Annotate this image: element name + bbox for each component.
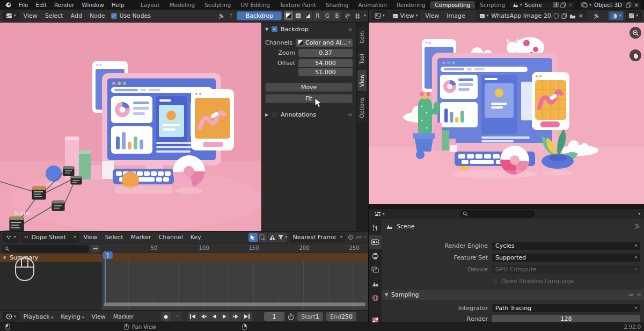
fake-user-shield-icon[interactable] <box>553 13 559 19</box>
editor-type-button[interactable]: ▾ <box>3 312 19 321</box>
display-channels-button[interactable]: ▾ <box>609 11 624 20</box>
offset-x-field[interactable]: 54.000 <box>298 59 353 67</box>
tab-output-icon[interactable] <box>369 249 382 263</box>
box-select-icon[interactable] <box>258 233 268 242</box>
node-menu-node[interactable]: Node <box>86 12 109 19</box>
scene-selector[interactable]: ▾ Scene 3 × <box>510 1 576 9</box>
offset-y-field[interactable]: 51.000 <box>298 68 353 76</box>
feature-set-dropdown[interactable]: Supported▾ <box>492 254 640 262</box>
sidebar-tab-options[interactable]: Options <box>357 93 367 123</box>
backdrop-panel-header[interactable]: ▼ ✓ Backdrop ≡ <box>262 24 356 34</box>
open-image-folder-icon[interactable] <box>569 13 576 19</box>
use-preview-range-icon[interactable] <box>286 312 296 321</box>
properties-options-chevron[interactable]: ▾ <box>638 212 640 216</box>
channels-alpha-icon[interactable] <box>303 11 313 20</box>
overlay-icon[interactable] <box>343 12 353 20</box>
dope-menu-marker[interactable]: Marker <box>127 234 155 241</box>
render-engine-dropdown[interactable]: Cycles▾ <box>492 242 640 250</box>
menu-help[interactable]: Help <box>108 2 128 8</box>
pan-gizmo[interactable] <box>630 49 641 61</box>
go-to-parent-icon[interactable]: ↑ <box>226 12 236 20</box>
channel-b-button[interactable]: B <box>332 11 342 20</box>
editor-type-button[interactable]: ▾ <box>3 11 19 20</box>
editor-type-button[interactable]: ▾ <box>3 233 19 242</box>
pin-icon[interactable] <box>216 12 226 20</box>
auto-keyframe-button[interactable]: ● <box>161 312 172 321</box>
current-frame-field[interactable]: 1 <box>264 312 284 321</box>
jump-to-end-button[interactable] <box>241 312 252 321</box>
properties-search-field[interactable] <box>460 210 535 218</box>
zoom-gizmo[interactable] <box>630 27 641 39</box>
use-nodes-checkbox[interactable]: ✓ <box>111 13 117 19</box>
tab-world-icon[interactable] <box>369 291 382 305</box>
channels-color-icon[interactable] <box>294 11 303 20</box>
horizontal-scrollbar[interactable] <box>104 303 365 306</box>
play-button[interactable] <box>220 312 231 321</box>
channels-color-alpha-icon[interactable] <box>284 11 294 20</box>
channels-dropdown[interactable]: Color and Al... ▾ <box>296 39 353 47</box>
menu-window[interactable]: Window <box>78 2 107 8</box>
sidebar-tab-view[interactable]: View <box>357 70 367 91</box>
pin-icon[interactable] <box>634 223 640 229</box>
expand-icon[interactable]: ▼ <box>265 27 272 32</box>
snap-icon[interactable] <box>353 12 362 20</box>
tab-render-icon[interactable] <box>369 235 382 249</box>
next-keyframe-button[interactable] <box>231 312 241 321</box>
osl-toggle[interactable]: Open Shading Language <box>492 278 574 285</box>
new-scene-icon[interactable] <box>560 2 566 8</box>
show-errors-icon[interactable] <box>268 233 277 242</box>
breadcrumb-scene[interactable]: Scene <box>397 223 415 230</box>
sampling-panel-header[interactable]: ▼ Sampling ≔ ≡ <box>382 290 644 300</box>
channel-r-button[interactable]: R <box>313 11 323 20</box>
timeline-ruler[interactable]: 50 100 150 200 250 <box>102 243 368 253</box>
dope-sheet-mode-dropdown[interactable]: Dope Sheet ▾ <box>21 233 79 242</box>
dope-menu-key[interactable]: Key <box>187 234 205 241</box>
jump-to-start-button[interactable] <box>188 312 199 321</box>
workspace-tab-animation[interactable]: Animation <box>353 1 392 9</box>
render-samples-field[interactable]: 128 <box>492 315 640 323</box>
device-dropdown[interactable]: GPU Compute▾ <box>492 265 640 274</box>
panel-drag-icon[interactable]: ≡ <box>348 112 353 118</box>
collapse-icon[interactable]: ▶ <box>265 112 272 117</box>
annotations-panel-header[interactable]: ▶ Annotations ≡ <box>262 110 356 119</box>
editor-type-button[interactable]: ▾ <box>372 210 387 218</box>
panel-drag-icon[interactable]: ≡ <box>348 26 353 32</box>
workspace-tab-texture-paint[interactable]: Texture Paint <box>275 1 321 9</box>
gizmos-dropdown[interactable]: ▾ <box>626 11 641 20</box>
sidebar-tab-item[interactable]: Item <box>357 27 367 48</box>
snap-mode-dropdown[interactable]: Nearest Frame ▾ <box>290 233 345 242</box>
blender-logo-icon[interactable] <box>4 2 12 8</box>
zoom-value-field[interactable]: 0.37 <box>298 49 353 57</box>
scene-users-count[interactable]: 3 <box>553 2 559 8</box>
frame-start-field[interactable]: Start1 <box>297 312 323 321</box>
node-menu-view[interactable]: View <box>20 12 41 19</box>
image-datablock-selector[interactable]: ▾ WhatsApp Image 20... × <box>477 11 587 20</box>
panel-drag-icon[interactable]: ≡ <box>637 292 641 298</box>
auto-keying-menu-chevron[interactable]: ▾ <box>172 312 182 321</box>
channel-search-input[interactable] <box>12 246 86 251</box>
unlink-scene-icon[interactable]: × <box>567 2 574 8</box>
annotations-checkbox[interactable] <box>272 112 277 118</box>
expand-filter-icon[interactable]: ↔ <box>91 245 100 253</box>
workspace-tab-shading[interactable]: Shading <box>321 1 354 9</box>
image-menu-view[interactable]: View <box>421 12 443 19</box>
image-mode-dropdown[interactable]: View ▾ <box>390 11 421 20</box>
timeline-menu-view[interactable]: View <box>88 313 109 320</box>
tab-scene-icon[interactable] <box>369 277 382 291</box>
falloff-dropdown[interactable]: ▾ <box>355 233 366 242</box>
unlink-image-icon[interactable]: × <box>577 12 584 19</box>
properties-search-input[interactable] <box>470 211 532 217</box>
workspace-tab-uv-editing[interactable]: UV Editing <box>236 1 275 9</box>
summary-keys-band[interactable] <box>102 253 368 261</box>
playback-menu[interactable]: Playback▾ <box>20 313 57 320</box>
tab-tool-icon[interactable] <box>369 221 382 235</box>
node-menu-select[interactable]: Select <box>41 12 67 19</box>
pin-icon[interactable] <box>591 12 601 20</box>
proportional-editing-toggle[interactable] <box>346 233 355 242</box>
snap-menu-chevron[interactable]: ▾ <box>364 14 366 18</box>
workspace-tab-sculpting[interactable]: Sculpting <box>200 1 236 9</box>
channel-search-field[interactable] <box>2 245 89 253</box>
node-menu-add[interactable]: Add <box>67 12 86 19</box>
remove-view-layer-icon[interactable]: × <box>633 2 640 8</box>
channel-g-button[interactable]: G <box>323 11 332 20</box>
